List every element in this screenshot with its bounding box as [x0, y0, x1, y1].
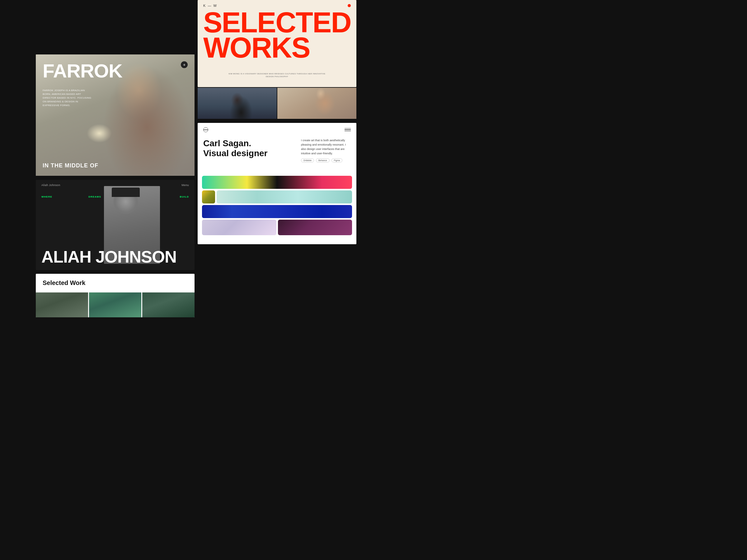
card-aliah-johnson[interactable]: Aliah Johnson Menu WHERE DREAMS ARE BUIL… — [36, 180, 195, 270]
menu-line-2 — [344, 129, 351, 130]
carl-bar-yellow-thumb — [202, 190, 215, 204]
card-selected-work[interactable]: Selected Work — [36, 274, 195, 317]
carl-header — [203, 127, 351, 132]
carl-bar-row-2 — [202, 190, 352, 204]
farrok-overlay: FARROK FARROK JOSEPH IS A BRAZILIAN BORN… — [36, 54, 195, 176]
farrok-title: FARROK — [43, 61, 122, 81]
card-farrok[interactable]: FARROK FARROK JOSEPH IS A BRAZILIAN BORN… — [36, 54, 195, 176]
farrok-description: FARROK JOSEPH IS A BRAZILIAN BORN, AMERI… — [43, 89, 93, 107]
carl-bar-dark-purple — [278, 220, 352, 235]
globe-icon — [203, 127, 208, 132]
farrok-subtitle: IN THE MIDDLE OF — [43, 162, 98, 169]
aliah-name-small: Aliah Johnson — [42, 184, 60, 187]
menu-line-1 — [344, 128, 351, 129]
aliah-menu-label[interactable]: Menu — [181, 184, 189, 187]
selected-works-title: SELECTED WORKS — [203, 10, 351, 60]
selected-work-thumb-3[interactable] — [142, 292, 195, 317]
carl-tags: Dribbble Behance Figma — [301, 158, 351, 162]
carl-tag-behance[interactable]: Behance — [316, 158, 330, 162]
carl-title-block: Carl Sagan. Visual designer — [203, 138, 296, 158]
sculpture-image — [198, 88, 277, 119]
carl-bar-multicolor — [202, 176, 352, 189]
carl-bar-row-4 — [202, 220, 352, 235]
carl-tag-dribbble[interactable]: Dribbble — [301, 158, 314, 162]
carl-bar-blue — [202, 205, 352, 218]
photo-sculpture[interactable] — [198, 88, 277, 119]
selected-works-tagline: KIM WONG IS A VISIONARY DESIGNER WHO BRI… — [229, 73, 325, 78]
carl-color-bars — [202, 176, 352, 235]
carl-title: Carl Sagan. Visual designer — [203, 138, 296, 158]
card-carl-sagan[interactable]: Carl Sagan. Visual designer I create art… — [198, 123, 356, 244]
carl-description: I create art that is both aesthetically … — [301, 138, 351, 156]
card-selected-works[interactable]: K — W SELECTED WORKS KIM WONG IS A VISIO… — [198, 0, 356, 87]
selected-works-title-line2: WORKS — [203, 32, 310, 63]
portrait-image — [277, 88, 356, 119]
aliah-title: ALIAH JOHNSON — [42, 249, 189, 264]
selected-work-thumb-1[interactable] — [36, 292, 88, 317]
carl-bar-lavender — [202, 220, 276, 235]
carl-tag-figma[interactable]: Figma — [332, 158, 342, 162]
carl-bar-teal — [216, 190, 352, 204]
aliah-label-where: WHERE — [42, 195, 52, 198]
selected-work-heading: Selected Work — [43, 279, 85, 287]
hamburger-menu-icon[interactable] — [344, 128, 351, 132]
aliah-hat — [112, 188, 140, 197]
carl-hero-section: Carl Sagan. Visual designer I create art… — [203, 138, 351, 162]
menu-line-3 — [344, 131, 351, 132]
aliah-label-build: BUILD — [180, 195, 189, 198]
photo-portrait[interactable] — [277, 88, 356, 119]
card-photos — [198, 88, 356, 119]
carl-desc-block: I create art that is both aesthetically … — [301, 138, 351, 162]
selected-work-thumb-2[interactable] — [89, 292, 141, 317]
farrok-close-icon[interactable] — [181, 61, 188, 68]
selected-work-thumbnails — [36, 292, 195, 317]
aliah-label-dreams: DREAMS — [88, 195, 101, 198]
